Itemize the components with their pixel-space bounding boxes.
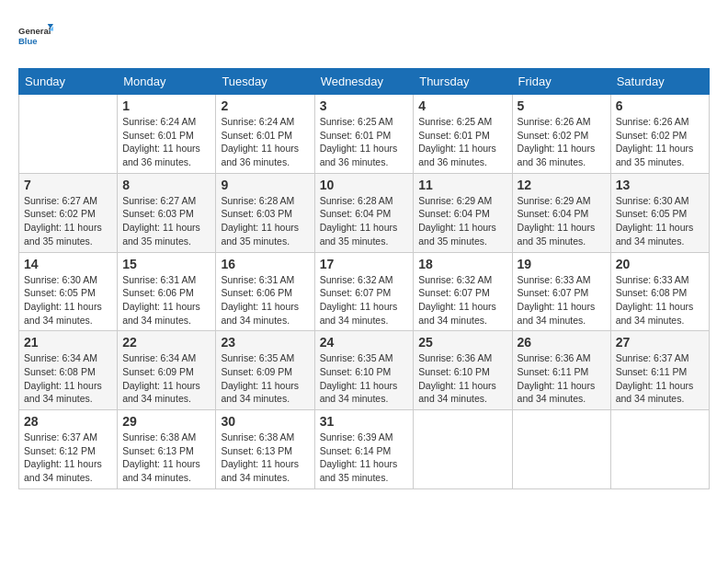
day-number: 5	[518, 98, 606, 113]
calendar-cell: 3Sunrise: 6:25 AMSunset: 6:01 PMDaylight…	[314, 95, 414, 174]
calendar-cell: 10Sunrise: 6:28 AMSunset: 6:04 PMDayligh…	[314, 173, 414, 252]
day-info: Sunrise: 6:31 AMSunset: 6:06 PMDaylight:…	[122, 273, 210, 327]
day-info: Sunrise: 6:25 AMSunset: 6:01 PMDaylight:…	[320, 115, 409, 169]
calendar-cell: 17Sunrise: 6:32 AMSunset: 6:07 PMDayligh…	[314, 252, 414, 331]
calendar-cell: 15Sunrise: 6:31 AMSunset: 6:06 PMDayligh…	[118, 252, 216, 331]
day-number: 29	[122, 414, 210, 429]
calendar-cell	[19, 95, 118, 174]
day-number: 8	[122, 178, 210, 192]
day-number: 4	[418, 98, 506, 113]
calendar-cell: 9Sunrise: 6:28 AMSunset: 6:03 PMDaylight…	[216, 173, 314, 252]
day-number: 11	[418, 178, 506, 192]
day-number: 23	[221, 335, 309, 350]
day-info: Sunrise: 6:28 AMSunset: 6:03 PMDaylight:…	[221, 194, 309, 248]
day-number: 22	[122, 335, 210, 350]
svg-text:General: General	[18, 26, 51, 36]
day-number: 18	[418, 257, 506, 271]
calendar-cell: 24Sunrise: 6:35 AMSunset: 6:10 PMDayligh…	[314, 331, 414, 410]
calendar-cell: 30Sunrise: 6:38 AMSunset: 6:13 PMDayligh…	[216, 410, 314, 489]
calendar-cell: 8Sunrise: 6:27 AMSunset: 6:03 PMDaylight…	[118, 173, 216, 252]
day-number: 26	[518, 335, 606, 350]
day-number: 12	[518, 178, 606, 192]
calendar-cell: 4Sunrise: 6:25 AMSunset: 6:01 PMDaylight…	[414, 95, 512, 174]
calendar-header-row: SundayMondayTuesdayWednesdayThursdayFrid…	[19, 69, 710, 95]
day-info: Sunrise: 6:29 AMSunset: 6:04 PMDaylight:…	[418, 194, 506, 248]
day-number: 19	[518, 257, 606, 271]
calendar-cell: 5Sunrise: 6:26 AMSunset: 6:02 PMDaylight…	[512, 95, 610, 174]
calendar-cell: 2Sunrise: 6:24 AMSunset: 6:01 PMDaylight…	[216, 95, 314, 174]
day-info: Sunrise: 6:36 AMSunset: 6:10 PMDaylight:…	[418, 351, 506, 406]
calendar-cell: 27Sunrise: 6:37 AMSunset: 6:11 PMDayligh…	[610, 331, 709, 410]
page-header: General Blue	[18, 18, 710, 53]
day-number: 25	[418, 335, 506, 350]
day-info: Sunrise: 6:28 AMSunset: 6:04 PMDaylight:…	[320, 194, 409, 248]
day-info: Sunrise: 6:26 AMSunset: 6:02 PMDaylight:…	[518, 115, 606, 169]
calendar-cell: 20Sunrise: 6:33 AMSunset: 6:08 PMDayligh…	[610, 252, 709, 331]
svg-text:Blue: Blue	[18, 36, 38, 46]
day-info: Sunrise: 6:39 AMSunset: 6:14 PMDaylight:…	[320, 431, 409, 485]
day-info: Sunrise: 6:30 AMSunset: 6:05 PMDaylight:…	[24, 273, 112, 327]
day-number: 3	[320, 98, 409, 113]
calendar-cell: 23Sunrise: 6:35 AMSunset: 6:09 PMDayligh…	[216, 331, 314, 410]
calendar-cell: 28Sunrise: 6:37 AMSunset: 6:12 PMDayligh…	[19, 410, 118, 489]
day-info: Sunrise: 6:24 AMSunset: 6:01 PMDaylight:…	[122, 115, 210, 169]
calendar-cell: 6Sunrise: 6:26 AMSunset: 6:02 PMDaylight…	[610, 95, 709, 174]
calendar-cell: 13Sunrise: 6:30 AMSunset: 6:05 PMDayligh…	[610, 173, 709, 252]
day-info: Sunrise: 6:37 AMSunset: 6:12 PMDaylight:…	[24, 431, 112, 485]
day-number: 2	[221, 98, 309, 113]
header-saturday: Saturday	[610, 69, 709, 95]
calendar-cell: 25Sunrise: 6:36 AMSunset: 6:10 PMDayligh…	[414, 331, 512, 410]
calendar-cell: 7Sunrise: 6:27 AMSunset: 6:02 PMDaylight…	[19, 173, 118, 252]
day-info: Sunrise: 6:38 AMSunset: 6:13 PMDaylight:…	[221, 431, 309, 485]
day-info: Sunrise: 6:32 AMSunset: 6:07 PMDaylight:…	[320, 273, 409, 327]
calendar-cell: 1Sunrise: 6:24 AMSunset: 6:01 PMDaylight…	[118, 95, 216, 174]
header-monday: Monday	[118, 69, 216, 95]
day-info: Sunrise: 6:36 AMSunset: 6:11 PMDaylight:…	[518, 351, 606, 406]
day-number: 27	[616, 335, 704, 350]
day-info: Sunrise: 6:29 AMSunset: 6:04 PMDaylight:…	[518, 194, 606, 248]
calendar-cell: 19Sunrise: 6:33 AMSunset: 6:07 PMDayligh…	[512, 252, 610, 331]
logo-svg: General Blue	[18, 18, 53, 53]
calendar-week-row: 28Sunrise: 6:37 AMSunset: 6:12 PMDayligh…	[19, 410, 710, 489]
calendar-week-row: 7Sunrise: 6:27 AMSunset: 6:02 PMDaylight…	[19, 173, 710, 252]
calendar-cell: 16Sunrise: 6:31 AMSunset: 6:06 PMDayligh…	[216, 252, 314, 331]
day-number: 30	[221, 414, 309, 429]
day-info: Sunrise: 6:34 AMSunset: 6:08 PMDaylight:…	[24, 351, 112, 406]
day-info: Sunrise: 6:32 AMSunset: 6:07 PMDaylight:…	[418, 273, 506, 327]
calendar-cell: 31Sunrise: 6:39 AMSunset: 6:14 PMDayligh…	[314, 410, 414, 489]
day-number: 17	[320, 257, 409, 271]
calendar-cell: 18Sunrise: 6:32 AMSunset: 6:07 PMDayligh…	[414, 252, 512, 331]
day-info: Sunrise: 6:35 AMSunset: 6:10 PMDaylight:…	[320, 351, 409, 406]
calendar-cell: 14Sunrise: 6:30 AMSunset: 6:05 PMDayligh…	[19, 252, 118, 331]
day-info: Sunrise: 6:34 AMSunset: 6:09 PMDaylight:…	[122, 351, 210, 406]
calendar-week-row: 14Sunrise: 6:30 AMSunset: 6:05 PMDayligh…	[19, 252, 710, 331]
day-info: Sunrise: 6:31 AMSunset: 6:06 PMDaylight:…	[221, 273, 309, 327]
calendar-week-row: 21Sunrise: 6:34 AMSunset: 6:08 PMDayligh…	[19, 331, 710, 410]
calendar-table: SundayMondayTuesdayWednesdayThursdayFrid…	[18, 68, 710, 489]
calendar-cell: 29Sunrise: 6:38 AMSunset: 6:13 PMDayligh…	[118, 410, 216, 489]
logo: General Blue	[18, 18, 53, 53]
day-info: Sunrise: 6:33 AMSunset: 6:07 PMDaylight:…	[518, 273, 606, 327]
day-info: Sunrise: 6:37 AMSunset: 6:11 PMDaylight:…	[616, 351, 704, 406]
calendar-cell: 12Sunrise: 6:29 AMSunset: 6:04 PMDayligh…	[512, 173, 610, 252]
calendar-cell: 26Sunrise: 6:36 AMSunset: 6:11 PMDayligh…	[512, 331, 610, 410]
day-number: 16	[221, 257, 309, 271]
day-number: 13	[616, 178, 704, 192]
day-info: Sunrise: 6:27 AMSunset: 6:02 PMDaylight:…	[24, 194, 112, 248]
day-number: 10	[320, 178, 409, 192]
day-number: 21	[24, 335, 112, 350]
day-info: Sunrise: 6:35 AMSunset: 6:09 PMDaylight:…	[221, 351, 309, 406]
day-number: 28	[24, 414, 112, 429]
day-number: 20	[616, 257, 704, 271]
calendar-week-row: 1Sunrise: 6:24 AMSunset: 6:01 PMDaylight…	[19, 95, 710, 174]
header-sunday: Sunday	[19, 69, 118, 95]
calendar-cell	[414, 410, 512, 489]
day-number: 31	[320, 414, 409, 429]
day-number: 7	[24, 178, 112, 192]
header-wednesday: Wednesday	[314, 69, 414, 95]
header-friday: Friday	[512, 69, 610, 95]
day-info: Sunrise: 6:26 AMSunset: 6:02 PMDaylight:…	[616, 115, 704, 169]
day-number: 14	[24, 257, 112, 271]
calendar-cell: 21Sunrise: 6:34 AMSunset: 6:08 PMDayligh…	[19, 331, 118, 410]
day-number: 9	[221, 178, 309, 192]
